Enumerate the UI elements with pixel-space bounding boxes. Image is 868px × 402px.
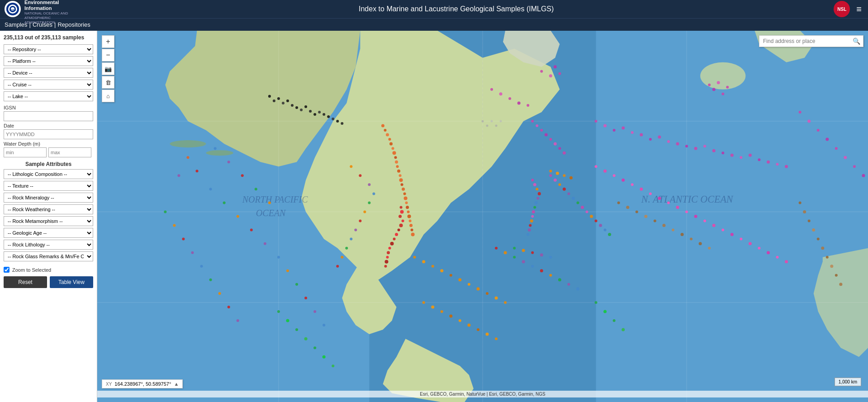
rock-weathering-select[interactable]: -- Rock Weathering -- (4, 204, 93, 214)
zoom-to-selected-label[interactable]: Zoom to Selected (12, 267, 51, 273)
svg-point-245 (812, 228, 815, 232)
svg-point-277 (703, 220, 706, 222)
svg-point-162 (549, 174, 552, 177)
svg-point-198 (372, 192, 375, 195)
sample-attributes-title: Sample Attributes (4, 161, 93, 167)
svg-point-46 (384, 129, 386, 132)
svg-point-150 (685, 145, 688, 147)
rock-glass-select[interactable]: -- Rock Glass Remarks & Mn/Fe Oxide -- (4, 251, 93, 261)
svg-point-240 (853, 165, 856, 168)
svg-point-64 (407, 210, 410, 213)
svg-point-99 (268, 201, 271, 204)
svg-point-241 (862, 174, 865, 177)
svg-point-170 (586, 210, 588, 213)
svg-point-177 (536, 124, 538, 127)
map-search-input[interactable] (759, 36, 850, 46)
svg-point-139 (576, 287, 579, 290)
svg-point-124 (458, 278, 461, 281)
svg-point-232 (712, 88, 716, 91)
cruise-select[interactable]: -- Cruise -- (4, 80, 93, 90)
svg-text:NOAA: NOAA (9, 9, 16, 11)
svg-point-80 (387, 251, 390, 254)
svg-point-298 (508, 97, 511, 100)
zoom-to-selected-checkbox[interactable] (4, 267, 9, 273)
svg-point-250 (835, 274, 838, 277)
svg-point-216 (530, 219, 533, 222)
svg-point-48 (389, 138, 391, 141)
home-button[interactable]: ⌂ (102, 90, 114, 102)
svg-point-299 (517, 101, 521, 104)
nsl-badge: NSL (834, 1, 850, 17)
reset-button[interactable]: Reset (4, 276, 47, 288)
svg-point-161 (785, 165, 788, 168)
date-input[interactable] (4, 129, 93, 139)
svg-point-214 (532, 210, 535, 213)
svg-point-141 (603, 124, 607, 128)
zoom-out-button[interactable]: − (102, 49, 114, 61)
svg-point-256 (422, 301, 425, 304)
svg-point-37 (309, 110, 312, 113)
nav-repositories[interactable]: Repositories (57, 21, 90, 28)
map-search-icon: 🔍 (850, 36, 863, 47)
water-depth-label: Water Depth (m) (4, 141, 93, 147)
svg-point-209 (536, 188, 538, 190)
svg-point-243 (803, 210, 806, 213)
svg-point-69 (411, 233, 415, 236)
depth-max-input[interactable] (48, 147, 91, 157)
table-view-button[interactable]: Table View (50, 276, 93, 288)
geologic-age-select[interactable]: -- Geologic Age -- (4, 228, 93, 238)
repository-select[interactable]: -- Repository -- (4, 44, 93, 54)
platform-select[interactable]: -- Platform -- (4, 56, 93, 66)
zoom-in-button[interactable]: + (102, 35, 114, 48)
svg-point-199 (368, 201, 370, 204)
svg-point-148 (667, 140, 670, 143)
hamburger-button[interactable]: ≡ (854, 2, 863, 16)
nav-cruises[interactable]: Cruises (33, 21, 52, 28)
rock-mineralogy-select[interactable]: -- Rock Mineralogy -- (4, 193, 93, 203)
svg-point-157 (749, 154, 752, 157)
svg-point-269 (631, 183, 634, 186)
svg-point-246 (817, 238, 820, 241)
nav-sep-1: | (29, 21, 31, 28)
svg-point-275 (685, 210, 688, 213)
lake-select[interactable]: -- Lake -- (4, 91, 93, 101)
svg-point-273 (667, 201, 670, 204)
nav-samples[interactable]: Samples (5, 21, 28, 28)
texture-select[interactable]: -- Texture -- (4, 181, 93, 191)
svg-point-220 (513, 247, 516, 250)
svg-point-136 (549, 274, 552, 277)
trash-button[interactable]: 🗑 (102, 76, 114, 89)
rock-lithology-select[interactable]: -- Rock Lithology -- (4, 240, 93, 250)
svg-point-253 (603, 310, 607, 313)
svg-point-40 (323, 113, 325, 116)
svg-point-92 (277, 256, 280, 259)
svg-point-145 (640, 133, 643, 137)
svg-point-210 (538, 192, 541, 195)
svg-point-144 (631, 131, 634, 134)
svg-text:OCEAN: OCEAN (256, 208, 286, 218)
svg-point-88 (223, 201, 226, 204)
svg-point-71 (400, 210, 404, 213)
svg-point-28 (268, 95, 271, 98)
rock-metamorphism-select[interactable]: -- Rock Metamorphism -- (4, 216, 93, 226)
map-area[interactable]: N. ATLANTIC OCEAN NORTH PACIFIC OCEAN (97, 31, 868, 402)
svg-point-300 (526, 104, 529, 107)
svg-point-125 (468, 283, 470, 286)
svg-point-149 (676, 142, 679, 146)
igsn-input[interactable] (4, 111, 93, 121)
svg-point-206 (336, 265, 339, 268)
coords-collapse-button[interactable]: ▲ (174, 381, 179, 387)
svg-point-166 (567, 192, 570, 195)
screenshot-button[interactable]: 📷 (102, 62, 114, 75)
svg-point-133 (522, 260, 525, 263)
svg-point-228 (554, 65, 557, 68)
device-select[interactable]: -- Device -- (4, 68, 93, 78)
depth-min-input[interactable] (4, 147, 47, 157)
svg-point-174 (604, 229, 607, 232)
svg-point-184 (617, 201, 620, 204)
lithologic-select[interactable]: -- Lithologic Composition -- (4, 169, 93, 179)
svg-point-218 (528, 228, 531, 232)
svg-point-188 (654, 220, 656, 222)
svg-point-290 (569, 176, 573, 180)
map-attribution: Esri, GEBCO, Garmin, NaturVue | Esri, GE… (97, 391, 868, 397)
